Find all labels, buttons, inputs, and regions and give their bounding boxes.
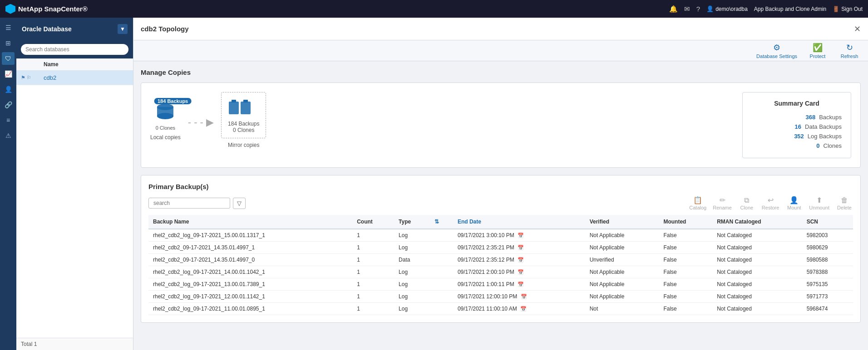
cell-type: Log — [394, 303, 430, 315]
col-verified: Verified — [585, 215, 659, 229]
backup-search-input[interactable] — [148, 198, 230, 209]
unmount-icon: ⬆ — [816, 196, 822, 204]
mirror-backups: 184 Backups — [228, 121, 259, 127]
icon-sidebar: ☰ ⊞ 🛡 📈 👤 🔗 ≡ ⚠ — [0, 18, 16, 350]
delete-button: 🗑 Delete — [836, 196, 853, 210]
local-copies-label: Local copies — [150, 134, 181, 141]
clone-button: ⧉ Clone — [738, 196, 755, 210]
sidebar-nav-alert[interactable]: ⚠ — [2, 129, 15, 142]
table-row[interactable]: rhel2_cdb2_log_09-17-2021_12.00.01.1142_… — [148, 291, 853, 303]
sidebar-nav-menu[interactable]: ☰ — [2, 21, 15, 34]
cell-mounted: False — [659, 266, 712, 278]
calendar-icon: 📅 — [518, 257, 524, 262]
sidebar-nav-list[interactable]: ≡ — [2, 114, 15, 126]
local-clones-info: 0 Clones — [156, 125, 175, 131]
col-end-date[interactable]: End Date — [453, 215, 585, 229]
cell-type: Log — [394, 266, 430, 278]
table-row[interactable]: rhel2_cdb2_log_09-17-2021_15.00.01.1317_… — [148, 229, 853, 242]
filter-button[interactable]: ▽ — [233, 198, 246, 209]
topology-title: cdb2 Topology — [141, 25, 189, 33]
help-icon[interactable]: ? — [696, 5, 700, 13]
local-copies-box[interactable]: 184 Backups 0 Clones Local copies — [150, 100, 181, 141]
rename-icon: ✏ — [720, 196, 725, 204]
summary-data-backups: 16 Data Backups — [752, 122, 842, 131]
copies-diagram: 184 Backups 0 Clones Local copies - - - … — [150, 92, 733, 148]
cell-scn: 5980588 — [802, 254, 853, 266]
cell-sort-empty — [430, 229, 453, 242]
col-sort[interactable]: ⇅ — [430, 215, 453, 229]
search-databases-input[interactable] — [21, 44, 128, 55]
logo-text: NetApp SnapCenter® — [18, 5, 88, 13]
clone-label: Clone — [740, 205, 753, 210]
netapp-logo: NetApp SnapCenter® — [5, 4, 88, 14]
cell-scn: 5971773 — [802, 291, 853, 303]
cell-backup-name: rhel2_cdb2_log_09-17-2021_15.00.01.1317_… — [148, 229, 352, 242]
db-settings-button[interactable]: ⚙ Database Settings — [756, 43, 797, 59]
cell-verified: Unverified — [585, 254, 659, 266]
restore-button: ↩ Restore — [762, 196, 779, 210]
left-panel-title: Oracle Database — [22, 25, 72, 33]
user-icon: 👤 — [706, 5, 714, 12]
collapse-panel-button[interactable]: ▼ — [118, 24, 128, 34]
content-area: Manage Copies — [133, 61, 868, 350]
refresh-label: Refresh — [841, 53, 858, 59]
cell-scn: 5975135 — [802, 278, 853, 291]
cell-end-date: 09/17/2021 1:00:11 PM 📅 — [453, 278, 585, 291]
protect-button[interactable]: ✅ Protect — [806, 43, 829, 59]
protect-label: Protect — [810, 53, 826, 59]
cell-count: 1 — [352, 278, 394, 291]
signout-icon: 🚪 — [833, 6, 839, 12]
close-topology-button[interactable]: ✕ — [854, 24, 861, 34]
refresh-button[interactable]: ↻ Refresh — [838, 43, 861, 59]
cell-sort-empty — [430, 242, 453, 254]
clones-count: 0 — [806, 142, 820, 149]
calendar-icon: 📅 — [518, 282, 524, 287]
table-row[interactable]: rhel2_cdb2_09-17-2021_14.35.01.4997_1 1 … — [148, 242, 853, 254]
table-header-row: Backup Name Count Type ⇅ End Date Verifi… — [148, 215, 853, 229]
rename-label: Rename — [713, 205, 732, 210]
data-backups-label: Data Backups — [805, 123, 842, 130]
calendar-icon: 📅 — [520, 306, 527, 311]
search-filter-wrap: ▽ — [148, 198, 246, 209]
manage-copies-title: Manage Copies — [141, 68, 861, 76]
calendar-icon: 📅 — [521, 294, 527, 299]
table-row[interactable]: rhel2_cdb2_09-17-2021_14.35.01.4997_0 1 … — [148, 254, 853, 266]
sidebar-nav-grid[interactable]: ⊞ — [2, 37, 15, 49]
database-row-cdb2[interactable]: ⚑ ⚐ cdb2 — [16, 71, 133, 85]
cell-mounted: False — [659, 278, 712, 291]
cell-rman: Not Cataloged — [712, 266, 802, 278]
mail-icon[interactable]: ✉ — [684, 5, 690, 13]
summary-card-title: Summary Card — [752, 100, 842, 107]
primary-backups-section: Primary Backup(s) ▽ 📋 Catalog ✏ — [141, 175, 861, 323]
cell-verified: Not Applicable — [585, 266, 659, 278]
backup-table: Backup Name Count Type ⇅ End Date Verifi… — [148, 215, 853, 315]
cell-rman: Not Cataloged — [712, 254, 802, 266]
table-row[interactable]: rhel2_cdb2_log_09-17-2021_13.00.01.7389_… — [148, 278, 853, 291]
col-scn: SCN — [802, 215, 853, 229]
nav-right: 🔔 ✉ ? 👤 demo\oradba App Backup and Clone… — [669, 5, 863, 13]
cell-end-date: 09/17/2021 3:00:10 PM 📅 — [453, 229, 585, 242]
cell-backup-name: rhel2_cdb2_09-17-2021_14.35.01.4997_0 — [148, 254, 352, 266]
log-backups-count: 352 — [790, 133, 804, 140]
col-icons-header — [21, 61, 44, 68]
mirror-copies-box[interactable]: 184 Backups 0 Clones Mirror copies — [221, 92, 266, 148]
svg-rect-4 — [241, 102, 251, 114]
bell-icon[interactable]: 🔔 — [669, 5, 678, 13]
main-content: cdb2 Topology ✕ ⚙ Database Settings ✅ Pr… — [133, 18, 868, 350]
sign-out-button[interactable]: 🚪 Sign Out — [833, 6, 863, 12]
log-backups-label: Log Backups — [808, 133, 842, 140]
svg-rect-6 — [243, 100, 248, 102]
mount-button: 👤 Mount — [785, 196, 803, 210]
cell-backup-name: rhel2_cdb2_log_09-17-2021_13.00.01.7389_… — [148, 278, 352, 291]
mirror-copy-icon — [228, 97, 252, 121]
table-row[interactable]: rhel2_cdb2_log_09-17-2021_11.00.01.0895_… — [148, 303, 853, 315]
sidebar-nav-chart[interactable]: 📈 — [2, 68, 15, 80]
mirror-copies-label: Mirror copies — [228, 142, 259, 148]
table-row[interactable]: rhel2_cdb2_log_09-17-2021_14.00.01.1042_… — [148, 266, 853, 278]
sidebar-nav-shield[interactable]: 🛡 — [2, 52, 15, 65]
cell-sort-empty — [430, 291, 453, 303]
cell-backup-name: rhel2_cdb2_log_09-17-2021_12.00.01.1142_… — [148, 291, 352, 303]
manage-copies-area: 184 Backups 0 Clones Local copies - - - … — [141, 83, 861, 168]
sidebar-nav-link[interactable]: 🔗 — [2, 98, 15, 111]
sidebar-nav-user[interactable]: 👤 — [2, 83, 15, 96]
